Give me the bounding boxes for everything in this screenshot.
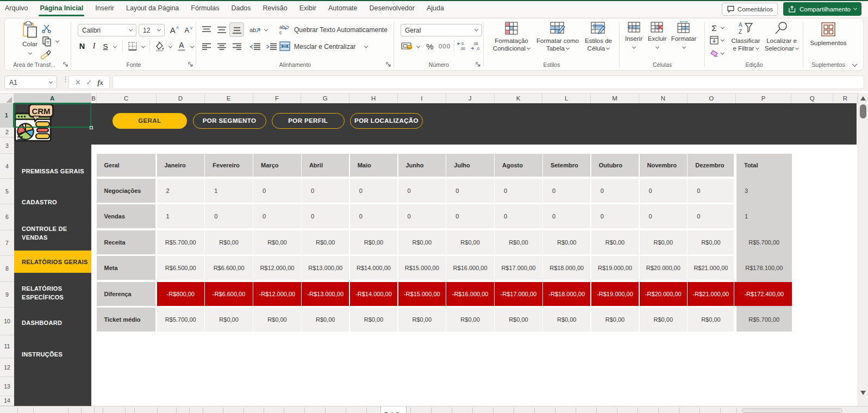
accounting-format-button[interactable] [401, 40, 414, 52]
delete-cells-button[interactable]: Excluir [645, 21, 670, 51]
row-header-6[interactable]: 6 [0, 204, 14, 230]
column-header-p[interactable]: P [736, 93, 792, 104]
find-select-button[interactable]: Localizar eSelecionar [764, 21, 800, 52]
table-total-ticket-m-dio[interactable]: R$5.700,00 [736, 308, 792, 331]
table-cell-vendas-outubro[interactable]: 0 [591, 204, 639, 228]
column-header-r[interactable]: R [833, 93, 858, 104]
menu-tab-p-gina-inicial[interactable]: Página Inicial [34, 1, 89, 17]
clipboard-dialog-launcher[interactable] [63, 61, 68, 67]
selected-cell-a1[interactable] [14, 103, 91, 128]
vertical-scroll-thumb[interactable] [860, 104, 866, 118]
table-cell-vendas-fevereiro[interactable]: 0 [205, 204, 253, 228]
table-cell-vendas-setembro[interactable]: 0 [543, 204, 591, 228]
copy-chevron-icon[interactable] [55, 39, 59, 43]
menu-tab-ajuda[interactable]: Ajuda [421, 1, 450, 17]
name-box[interactable]: A1 [4, 76, 57, 89]
table-cell-vendas-dezembro[interactable]: 0 [688, 204, 734, 228]
table-cell-negocia-es-janeiro[interactable]: 2 [157, 179, 205, 203]
menu-tab-f-rmulas[interactable]: Fórmulas [185, 1, 225, 17]
cancel-button[interactable]: ✕ [75, 78, 81, 86]
table-row-label-ticket-m-dio[interactable]: Ticket médio [97, 308, 155, 331]
table-cell-diferen-a-maio[interactable]: -R$14.000,00 [350, 282, 398, 306]
insert-cells-button[interactable]: Inserir [622, 21, 646, 51]
column-header-l[interactable]: L [542, 93, 591, 104]
table-cell-diferen-a-janeiro[interactable]: -R$800,00 [157, 282, 205, 306]
filter-button-por-perfil[interactable]: POR PERFIL [272, 113, 345, 129]
font-dialog-launcher[interactable] [188, 61, 193, 67]
copy-button[interactable] [41, 36, 53, 47]
menu-tab-layout-da-p-gina[interactable]: Layout da Página [120, 1, 185, 17]
row-header-9[interactable]: 9 [0, 282, 14, 308]
collapse-ribbon-button[interactable] [848, 59, 861, 70]
table-header-abril[interactable]: Abril [302, 154, 349, 177]
table-total-receita[interactable]: R$5.700,00 [736, 230, 792, 254]
table-cell-negocia-es-novembro[interactable]: 0 [640, 179, 688, 203]
row-header-11[interactable]: 11 [0, 335, 14, 358]
bold-button[interactable]: N [77, 40, 88, 52]
table-cell-negocia-es-abril[interactable]: 0 [302, 179, 349, 203]
row-header-13[interactable]: 13 [0, 377, 14, 396]
percent-style-button[interactable]: % [424, 40, 435, 52]
table-cell-ticket-m-dio-junho[interactable]: R$0,00 [398, 308, 446, 331]
table-cell-vendas-janeiro[interactable]: 1 [157, 204, 205, 228]
accounting-chevron-icon[interactable] [416, 45, 420, 48]
column-header-g[interactable]: G [301, 93, 349, 104]
table-cell-ticket-m-dio-setembro[interactable]: R$0,00 [543, 308, 591, 331]
table-cell-meta-junho[interactable]: R$15.000,00 [398, 256, 446, 280]
row-header-7[interactable]: 7 [0, 230, 14, 256]
table-cell-diferen-a-fevereiro[interactable]: -R$6.600,00 [205, 282, 253, 306]
table-header-agosto[interactable]: Agosto [495, 154, 542, 177]
number-dialog-launcher[interactable] [475, 61, 481, 67]
row-header-12[interactable]: 12 [0, 358, 14, 377]
column-header-j[interactable]: J [446, 93, 495, 104]
table-header-julho[interactable]: Julho [446, 154, 494, 177]
table-cell-negocia-es-fevereiro[interactable]: 1 [205, 179, 253, 203]
merge-center-chevron-icon[interactable] [364, 45, 368, 48]
font-color-chevron-icon[interactable] [190, 45, 194, 48]
table-cell-receita-maio[interactable]: R$0,00 [350, 230, 398, 254]
font-family-select[interactable]: Calibri [78, 24, 136, 36]
row-header-3[interactable]: 3 [0, 137, 14, 154]
table-cell-ticket-m-dio-janeiro[interactable]: R$5.700,00 [157, 308, 205, 331]
table-total-meta[interactable]: R$178.100,00 [736, 256, 792, 280]
autosum-chevron-icon[interactable] [721, 26, 725, 29]
clear-chevron-icon[interactable] [721, 51, 725, 55]
table-header-maio[interactable]: Maio [350, 154, 398, 177]
filter-button-geral[interactable]: GERAL [113, 113, 187, 129]
active-sheet-tab[interactable]: Rel. Gerais [380, 406, 407, 413]
table-cell-vendas-julho[interactable]: 0 [446, 204, 494, 228]
table-cell-receita-março[interactable]: R$0,00 [253, 230, 301, 254]
align-top-button[interactable] [201, 24, 213, 35]
table-cell-ticket-m-dio-abril[interactable]: R$0,00 [302, 308, 349, 331]
table-cell-receita-abril[interactable]: R$0,00 [302, 230, 349, 254]
table-cell-meta-setembro[interactable]: R$18.000,00 [543, 256, 591, 280]
table-cell-receita-setembro[interactable]: R$0,00 [543, 230, 591, 254]
table-cell-ticket-m-dio-fevereiro[interactable]: R$0,00 [205, 308, 253, 331]
row-header-5[interactable]: 5 [0, 179, 14, 204]
table-cell-ticket-m-dio-novembro[interactable]: R$0,00 [640, 308, 688, 331]
table-cell-ticket-m-dio-março[interactable]: R$0,00 [253, 308, 301, 331]
fill-color-button[interactable] [154, 40, 166, 52]
increase-indent-button[interactable] [265, 41, 278, 52]
fill-handle[interactable] [90, 126, 93, 129]
autosum-button[interactable]: Σ [709, 23, 719, 33]
format-cells-button[interactable]: Formatar [670, 21, 698, 51]
decrease-indent-button[interactable] [248, 41, 261, 52]
cut-button[interactable] [41, 23, 53, 33]
table-cell-vendas-novembro[interactable]: 0 [640, 204, 688, 228]
wrap-text-button[interactable]: abc [279, 23, 291, 35]
sidebar-item-relat-rios-espec-ficos[interactable]: RELATÓRIOSESPECÍFICOS [22, 284, 88, 302]
sidebar-item-controle-de-vendas[interactable]: CONTROLE DEVENDAS [22, 224, 88, 242]
table-total-vendas[interactable]: 1 [745, 204, 748, 228]
table-header-outubro[interactable]: Outubro [591, 154, 639, 177]
table-cell-diferen-a-outubro[interactable]: -R$19.000,00 [591, 282, 639, 306]
table-header-setembro[interactable]: Setembro [543, 154, 591, 177]
column-header-h[interactable]: H [349, 93, 398, 104]
borders-button[interactable] [127, 40, 139, 52]
column-header-a[interactable]: A [14, 93, 91, 104]
scroll-up-icon[interactable] [860, 96, 866, 101]
menu-tab-dados[interactable]: Dados [225, 1, 257, 17]
menu-tab-exibir[interactable]: Exibir [294, 1, 322, 17]
orientation-button[interactable]: ab [248, 24, 261, 35]
table-header-junho[interactable]: Junho [398, 154, 446, 177]
